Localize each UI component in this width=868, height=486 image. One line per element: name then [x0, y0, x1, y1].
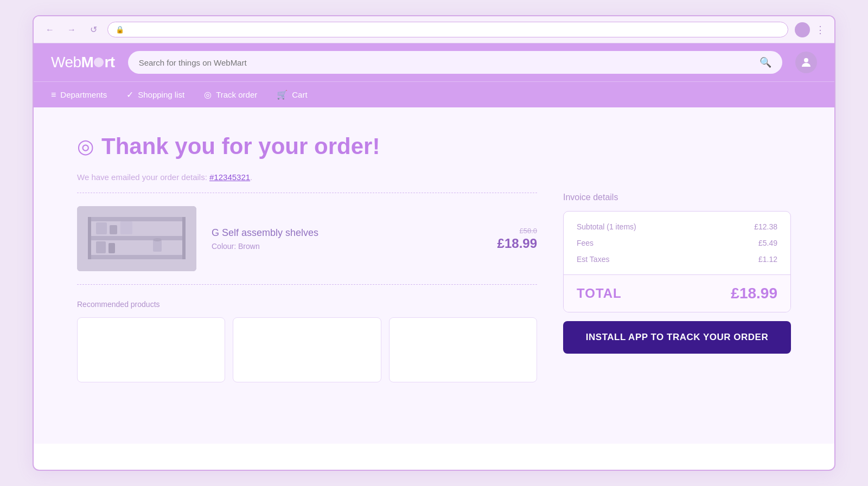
svg-rect-10 — [96, 241, 106, 253]
invoice-lines: Subtotal (1 items) £12.38 Fees £5.49 Est… — [564, 212, 790, 274]
invoice-subtotal-row: Subtotal (1 items) £12.38 — [577, 222, 777, 231]
thank-you-icon: ◎ — [77, 135, 94, 158]
browser-chrome: ← → ↺ 🔒 ⋮ — [34, 16, 834, 43]
main-content: ◎ Thank you for your order! We have emai… — [34, 107, 834, 444]
svg-rect-4 — [88, 255, 186, 259]
svg-rect-3 — [88, 236, 186, 240]
logo[interactable]: WebMrt — [51, 54, 115, 71]
total-label: TOTAL — [577, 286, 622, 301]
nav-bar: ≡ Departments ✓ Shopping list ◎ Track or… — [34, 81, 834, 107]
svg-rect-11 — [108, 243, 115, 253]
product-pricing: £58.0 £18.99 — [497, 227, 537, 251]
browser-chrome-right: ⋮ — [795, 22, 826, 37]
fees-amount: £5.49 — [758, 239, 777, 247]
lock-icon: 🔒 — [116, 25, 124, 34]
invoice-fees-row: Fees £5.49 — [577, 239, 777, 247]
search-input[interactable] — [139, 58, 754, 67]
total-amount: £18.99 — [731, 285, 777, 302]
original-price: £58.0 — [497, 227, 537, 235]
logo-mart: Mrt — [81, 54, 115, 71]
taxes-label: Est Taxes — [577, 255, 609, 264]
url-input[interactable] — [129, 25, 780, 34]
fees-label: Fees — [577, 239, 593, 247]
nav-departments[interactable]: ≡ Departments — [51, 88, 107, 102]
subtotal-amount: £12.38 — [754, 222, 777, 231]
svg-rect-7 — [96, 222, 107, 234]
invoice-box: Subtotal (1 items) £12.38 Fees £5.49 Est… — [563, 211, 791, 312]
order-number-link[interactable]: #12345321 — [209, 172, 250, 182]
shopping-list-icon: ✓ — [126, 89, 133, 100]
svg-rect-9 — [120, 221, 132, 234]
app-header: WebMrt 🔍 — [34, 43, 834, 81]
right-column: Invoice details Subtotal (1 items) £12.3… — [563, 193, 791, 382]
address-bar[interactable]: 🔒 — [107, 22, 788, 37]
svg-rect-12 — [153, 240, 162, 252]
recommended-card-2[interactable] — [233, 317, 381, 382]
left-column: G Self assembly shelves Colour: Brown £5… — [77, 193, 537, 382]
user-avatar[interactable] — [795, 52, 817, 73]
svg-rect-2 — [88, 217, 186, 221]
recommended-grid — [77, 317, 537, 382]
svg-point-13 — [153, 238, 162, 241]
invoice-title: Invoice details — [563, 193, 791, 202]
recommended-card-1[interactable] — [77, 317, 225, 382]
nav-cart[interactable]: 🛒 Cart — [277, 87, 307, 102]
install-app-button[interactable]: INSTALL APP TO TRACK YOUR ORDER — [563, 321, 791, 354]
nav-departments-label: Departments — [60, 90, 107, 99]
email-note: We have emailed your order details: #123… — [77, 172, 791, 182]
departments-icon: ≡ — [51, 90, 56, 100]
sale-price: £18.99 — [497, 236, 537, 251]
svg-rect-6 — [182, 217, 186, 259]
content-grid: G Self assembly shelves Colour: Brown £5… — [77, 193, 791, 382]
browser-menu-button[interactable]: ⋮ — [815, 24, 826, 36]
invoice-total-row: TOTAL £18.99 — [564, 274, 790, 312]
nav-shopping-list-label: Shopping list — [138, 90, 184, 99]
browser-window: ← → ↺ 🔒 ⋮ WebMrt 🔍 ≡ Depar — [33, 15, 835, 471]
svg-point-0 — [804, 58, 808, 62]
back-button[interactable]: ← — [42, 22, 58, 37]
recommended-title: Recommended products — [77, 300, 537, 309]
nav-cart-label: Cart — [292, 90, 307, 99]
forward-button[interactable]: → — [64, 22, 79, 37]
search-icon: 🔍 — [760, 56, 771, 68]
refresh-button[interactable]: ↺ — [86, 22, 101, 37]
product-colour: Colour: Brown — [212, 242, 482, 251]
email-note-suffix: . — [250, 172, 252, 182]
product-details: G Self assembly shelves Colour: Brown — [212, 227, 482, 251]
cart-icon: 🛒 — [277, 89, 288, 100]
recommended-section: Recommended products — [77, 300, 537, 382]
nav-track-order[interactable]: ◎ Track order — [204, 87, 257, 102]
recommended-card-3[interactable] — [389, 317, 537, 382]
svg-rect-5 — [88, 217, 91, 259]
taxes-amount: £1.12 — [758, 255, 777, 264]
svg-rect-8 — [110, 225, 117, 234]
thank-you-title: Thank you for your order! — [101, 133, 380, 159]
nav-shopping-list[interactable]: ✓ Shopping list — [126, 87, 184, 102]
product-name: G Self assembly shelves — [212, 227, 482, 239]
order-items-section: G Self assembly shelves Colour: Brown £5… — [77, 193, 537, 285]
thank-you-row: ◎ Thank you for your order! — [77, 133, 791, 159]
subtotal-label: Subtotal (1 items) — [577, 222, 636, 231]
nav-track-order-label: Track order — [216, 90, 257, 99]
search-bar[interactable]: 🔍 — [128, 51, 782, 74]
track-order-icon: ◎ — [204, 89, 212, 100]
logo-web: Web — [51, 54, 81, 71]
product-image — [77, 206, 196, 271]
invoice-taxes-row: Est Taxes £1.12 — [577, 255, 777, 264]
profile-circle — [795, 22, 810, 37]
email-note-prefix: We have emailed your order details: — [77, 172, 209, 182]
